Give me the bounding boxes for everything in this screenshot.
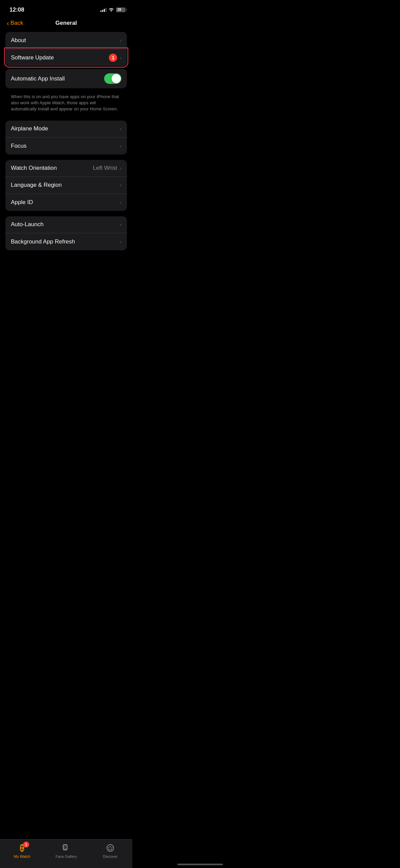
language-region-chevron-icon: ›	[120, 182, 121, 188]
language-region-label: Language & Region	[11, 182, 62, 188]
watch-orientation-value: Left Wrist	[93, 165, 117, 171]
automatic-app-install-right	[104, 73, 121, 84]
watch-orientation-label: Watch Orientation	[11, 165, 57, 171]
about-label: About	[11, 37, 26, 44]
software-update-badge: 1	[109, 54, 117, 62]
background-app-refresh-row[interactable]: Background App Refresh ›	[5, 233, 127, 250]
airplane-mode-label: Airplane Mode	[11, 125, 48, 132]
watch-orientation-right: Left Wrist ›	[93, 165, 121, 171]
watch-orientation-row[interactable]: Watch Orientation Left Wrist ›	[5, 160, 127, 177]
back-button[interactable]: ‹ Back	[7, 20, 23, 26]
wifi-icon	[109, 7, 114, 13]
auto-launch-row[interactable]: Auto-Launch ›	[5, 216, 127, 233]
about-chevron-icon: ›	[120, 38, 121, 43]
airplane-mode-right: ›	[120, 126, 121, 131]
apple-id-row[interactable]: Apple ID ›	[5, 194, 127, 211]
background-app-refresh-right: ›	[120, 239, 121, 245]
focus-chevron-icon: ›	[120, 143, 121, 149]
auto-launch-chevron-icon: ›	[120, 222, 121, 227]
language-region-row[interactable]: Language & Region ›	[5, 177, 127, 194]
software-update-chevron-icon: ›	[120, 55, 121, 60]
page-title: General	[55, 20, 77, 26]
back-label: Back	[11, 20, 23, 26]
settings-group-4: Watch Orientation Left Wrist › Language …	[5, 160, 127, 211]
airplane-mode-row[interactable]: Airplane Mode ›	[5, 121, 127, 138]
battery-icon: 39	[116, 7, 126, 12]
automatic-app-install-toggle[interactable]	[104, 73, 121, 84]
settings-group-1: About › Software Update 1 ›	[5, 32, 127, 66]
content-area: About › Software Update 1 › Automatic Ap…	[0, 32, 132, 287]
automatic-app-install-label: Automatic App Install	[11, 75, 65, 82]
software-update-label: Software Update	[11, 54, 54, 61]
apple-id-chevron-icon: ›	[120, 200, 121, 205]
software-update-row[interactable]: Software Update 1 ›	[5, 49, 127, 66]
nav-bar: ‹ Back General	[0, 17, 132, 32]
battery-level: 39	[117, 8, 121, 12]
about-row[interactable]: About ›	[5, 32, 127, 49]
settings-group-2: Automatic App Install When this is on an…	[5, 69, 127, 118]
settings-group-5: Auto-Launch › Background App Refresh ›	[5, 216, 127, 250]
apple-id-right: ›	[120, 200, 121, 205]
about-right: ›	[120, 38, 121, 43]
focus-label: Focus	[11, 143, 26, 149]
signal-icon	[100, 8, 107, 12]
status-icons: 39	[100, 7, 126, 13]
settings-group-3: Airplane Mode › Focus ›	[5, 121, 127, 155]
software-update-right: 1 ›	[109, 54, 121, 62]
automatic-app-install-description: When this is on and you have apps on you…	[5, 91, 127, 118]
background-app-refresh-chevron-icon: ›	[120, 239, 121, 245]
focus-right: ›	[120, 143, 121, 149]
auto-launch-label: Auto-Launch	[11, 221, 43, 228]
status-time: 12:08	[9, 6, 24, 13]
status-bar: 12:08 39	[0, 0, 132, 17]
focus-row[interactable]: Focus ›	[5, 138, 127, 155]
apple-id-label: Apple ID	[11, 199, 33, 206]
automatic-app-install-row[interactable]: Automatic App Install	[5, 69, 127, 88]
language-region-right: ›	[120, 182, 121, 188]
background-app-refresh-label: Background App Refresh	[11, 238, 75, 245]
auto-launch-right: ›	[120, 222, 121, 227]
back-chevron-icon: ‹	[7, 20, 9, 26]
airplane-mode-chevron-icon: ›	[120, 126, 121, 131]
watch-orientation-chevron-icon: ›	[120, 165, 121, 171]
toggle-knob	[112, 74, 121, 83]
